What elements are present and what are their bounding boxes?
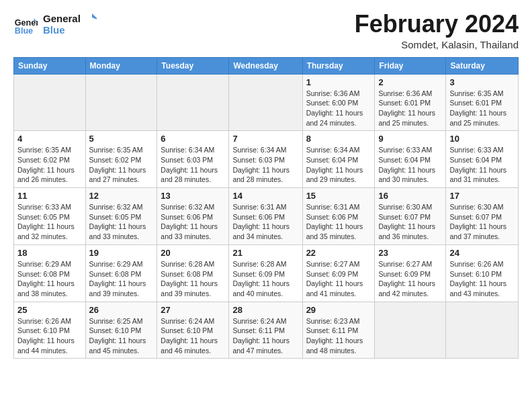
day-cell: 3Sunrise: 6:35 AM Sunset: 6:01 PM Daylig…: [446, 74, 519, 131]
day-number: 4: [17, 134, 82, 144]
day-info: Sunrise: 6:31 AM Sunset: 6:06 PM Dayligh…: [232, 202, 298, 242]
day-cell: 12Sunrise: 6:32 AM Sunset: 6:05 PM Dayli…: [85, 188, 157, 245]
day-cell: 22Sunrise: 6:27 AM Sunset: 6:09 PM Dayli…: [302, 244, 375, 302]
day-cell: 6Sunrise: 6:34 AM Sunset: 6:03 PM Daylig…: [157, 131, 229, 188]
day-cell: 5Sunrise: 6:35 AM Sunset: 6:02 PM Daylig…: [85, 131, 157, 188]
day-info: Sunrise: 6:28 AM Sunset: 6:08 PM Dayligh…: [161, 259, 225, 299]
day-cell: 7Sunrise: 6:34 AM Sunset: 6:03 PM Daylig…: [229, 131, 302, 188]
week-row-0: 1Sunrise: 6:36 AM Sunset: 6:00 PM Daylig…: [14, 74, 519, 131]
week-row-3: 18Sunrise: 6:29 AM Sunset: 6:08 PM Dayli…: [14, 244, 519, 302]
day-info: Sunrise: 6:24 AM Sunset: 6:10 PM Dayligh…: [161, 316, 225, 356]
day-number: 20: [161, 248, 225, 258]
day-number: 22: [306, 248, 371, 258]
week-row-2: 11Sunrise: 6:33 AM Sunset: 6:05 PM Dayli…: [14, 188, 519, 245]
day-info: Sunrise: 6:23 AM Sunset: 6:11 PM Dayligh…: [306, 316, 371, 356]
day-number: 2: [378, 77, 442, 87]
day-info: Sunrise: 6:34 AM Sunset: 6:03 PM Dayligh…: [232, 145, 298, 185]
day-cell: 23Sunrise: 6:27 AM Sunset: 6:09 PM Dayli…: [375, 244, 446, 302]
day-info: Sunrise: 6:27 AM Sunset: 6:09 PM Dayligh…: [378, 259, 442, 299]
day-number: 11: [17, 191, 82, 201]
col-header-wednesday: Wednesday: [229, 57, 302, 74]
day-cell: 15Sunrise: 6:31 AM Sunset: 6:06 PM Dayli…: [302, 188, 375, 245]
day-cell: 2Sunrise: 6:36 AM Sunset: 6:01 PM Daylig…: [375, 74, 446, 131]
day-number: 21: [232, 248, 298, 258]
day-number: 29: [306, 305, 371, 315]
svg-text:General: General: [43, 13, 81, 24]
week-row-4: 25Sunrise: 6:26 AM Sunset: 6:10 PM Dayli…: [14, 302, 519, 359]
col-header-tuesday: Tuesday: [157, 57, 229, 74]
day-number: 13: [161, 191, 225, 201]
day-cell: 11Sunrise: 6:33 AM Sunset: 6:05 PM Dayli…: [14, 188, 86, 245]
day-number: 12: [89, 191, 154, 201]
day-info: Sunrise: 6:24 AM Sunset: 6:11 PM Dayligh…: [232, 316, 298, 356]
day-info: Sunrise: 6:36 AM Sunset: 6:00 PM Dayligh…: [306, 89, 371, 128]
col-header-monday: Monday: [85, 57, 157, 74]
day-number: 16: [378, 191, 442, 201]
day-number: 17: [449, 191, 515, 201]
header: General Blue General Blue February 2024 …: [13, 11, 519, 50]
day-cell: 26Sunrise: 6:25 AM Sunset: 6:10 PM Dayli…: [85, 302, 157, 359]
day-cell: [229, 74, 302, 131]
col-header-thursday: Thursday: [302, 57, 375, 74]
day-info: Sunrise: 6:33 AM Sunset: 6:04 PM Dayligh…: [449, 145, 515, 185]
day-info: Sunrise: 6:25 AM Sunset: 6:10 PM Dayligh…: [89, 316, 154, 356]
svg-text:Blue: Blue: [43, 24, 65, 36]
day-cell: [85, 74, 157, 131]
day-info: Sunrise: 6:32 AM Sunset: 6:05 PM Dayligh…: [89, 202, 154, 242]
day-number: 5: [89, 134, 154, 144]
day-cell: 28Sunrise: 6:24 AM Sunset: 6:11 PM Dayli…: [229, 302, 302, 359]
day-cell: 18Sunrise: 6:29 AM Sunset: 6:08 PM Dayli…: [14, 244, 86, 302]
day-number: 7: [232, 134, 298, 144]
page: General Blue General Blue February 2024 …: [0, 0, 532, 365]
day-number: 3: [449, 77, 515, 87]
day-cell: 13Sunrise: 6:32 AM Sunset: 6:06 PM Dayli…: [157, 188, 229, 245]
day-info: Sunrise: 6:31 AM Sunset: 6:06 PM Dayligh…: [306, 202, 371, 242]
day-cell: 4Sunrise: 6:35 AM Sunset: 6:02 PM Daylig…: [14, 131, 86, 188]
day-info: Sunrise: 6:35 AM Sunset: 6:02 PM Dayligh…: [89, 145, 154, 185]
day-number: 25: [17, 305, 82, 315]
month-title: February 2024: [355, 11, 519, 38]
day-cell: 16Sunrise: 6:30 AM Sunset: 6:07 PM Dayli…: [375, 188, 446, 245]
day-cell: 20Sunrise: 6:28 AM Sunset: 6:08 PM Dayli…: [157, 244, 229, 302]
day-info: Sunrise: 6:29 AM Sunset: 6:08 PM Dayligh…: [89, 259, 154, 299]
day-info: Sunrise: 6:28 AM Sunset: 6:09 PM Dayligh…: [232, 259, 298, 299]
day-info: Sunrise: 6:35 AM Sunset: 6:02 PM Dayligh…: [17, 145, 82, 185]
day-number: 24: [449, 248, 515, 258]
day-number: 19: [89, 248, 154, 258]
day-cell: 27Sunrise: 6:24 AM Sunset: 6:10 PM Dayli…: [157, 302, 229, 359]
logo: General Blue General Blue: [13, 11, 97, 38]
day-info: Sunrise: 6:30 AM Sunset: 6:07 PM Dayligh…: [378, 202, 442, 242]
day-cell: [157, 74, 229, 131]
day-cell: 25Sunrise: 6:26 AM Sunset: 6:10 PM Dayli…: [14, 302, 86, 359]
day-cell: 21Sunrise: 6:28 AM Sunset: 6:09 PM Dayli…: [229, 244, 302, 302]
day-cell: [14, 74, 86, 131]
week-row-1: 4Sunrise: 6:35 AM Sunset: 6:02 PM Daylig…: [14, 131, 519, 188]
day-cell: 29Sunrise: 6:23 AM Sunset: 6:11 PM Dayli…: [302, 302, 375, 359]
title-block: February 2024 Somdet, Kalasin, Thailand: [355, 11, 519, 50]
day-cell: [446, 302, 519, 359]
svg-text:Blue: Blue: [15, 26, 33, 36]
day-number: 1: [306, 77, 371, 87]
day-number: 10: [449, 134, 515, 144]
day-cell: 8Sunrise: 6:34 AM Sunset: 6:04 PM Daylig…: [302, 131, 375, 188]
day-number: 28: [232, 305, 298, 315]
logo-svg: General Blue: [43, 11, 97, 38]
day-number: 9: [378, 134, 442, 144]
day-number: 23: [378, 248, 442, 258]
day-info: Sunrise: 6:26 AM Sunset: 6:10 PM Dayligh…: [17, 316, 82, 356]
col-header-sunday: Sunday: [14, 57, 86, 74]
location: Somdet, Kalasin, Thailand: [355, 39, 519, 50]
day-cell: 14Sunrise: 6:31 AM Sunset: 6:06 PM Dayli…: [229, 188, 302, 245]
day-cell: 24Sunrise: 6:26 AM Sunset: 6:10 PM Dayli…: [446, 244, 519, 302]
day-info: Sunrise: 6:36 AM Sunset: 6:01 PM Dayligh…: [378, 89, 442, 128]
svg-marker-5: [92, 13, 97, 20]
col-header-saturday: Saturday: [446, 57, 519, 74]
day-info: Sunrise: 6:33 AM Sunset: 6:04 PM Dayligh…: [378, 145, 442, 185]
day-info: Sunrise: 6:34 AM Sunset: 6:03 PM Dayligh…: [161, 145, 225, 185]
day-cell: 17Sunrise: 6:30 AM Sunset: 6:07 PM Dayli…: [446, 188, 519, 245]
day-cell: [375, 302, 446, 359]
day-number: 18: [17, 248, 82, 258]
day-number: 27: [161, 305, 225, 315]
calendar-header-row: SundayMondayTuesdayWednesdayThursdayFrid…: [14, 57, 519, 74]
day-info: Sunrise: 6:35 AM Sunset: 6:01 PM Dayligh…: [449, 89, 515, 128]
